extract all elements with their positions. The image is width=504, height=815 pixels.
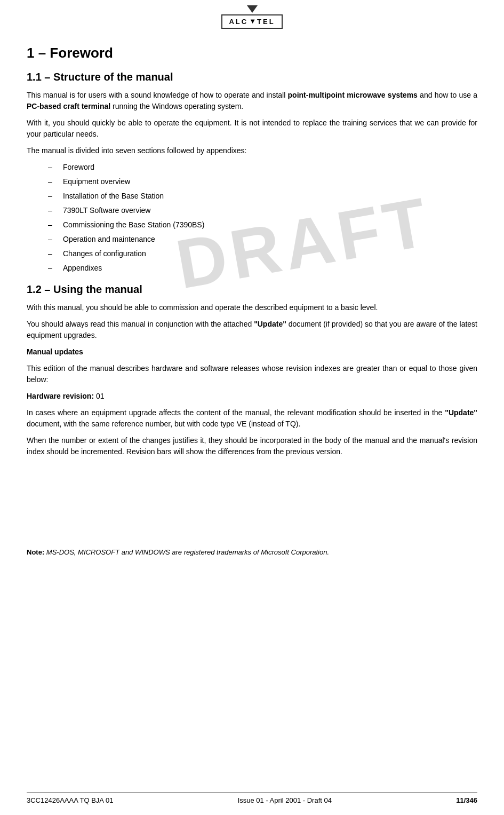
para1-bold2: PC-based craft terminal [27,102,110,110]
note-label: Note: [27,548,44,556]
hardware-revision-line: Hardware revision: 01 [27,391,477,402]
section1-2-para2: You should always read this manual in co… [27,319,477,341]
list-item-label: 7390LT Software overview [63,205,150,216]
section1-title: 1 – Foreword [27,45,477,61]
para4-start: In cases where an equipment upgrade affe… [27,408,445,417]
section1-2-para1: With this manual, you should be able to … [27,302,477,313]
logo-text-left: ALC [229,18,248,26]
logo-box: ALC ▼ TEL [221,14,282,29]
para4-end: document, with the same reference number… [27,420,300,428]
section1-2-para3: This edition of the manual describes har… [27,363,477,385]
section1-1-para3: The manual is divided into seven section… [27,145,477,156]
list-dash: – [48,191,59,202]
list-dash: – [48,234,59,245]
para2-start: You should always read this manual in co… [27,320,254,328]
list-item-label: Operation and maintenance [63,234,155,245]
list-item: – Equipment overview [48,176,477,187]
list-dash: – [48,263,59,274]
para1-end: running the Windows operating system. [110,102,243,110]
list-item-label: Changes of configuration [63,248,146,259]
list-item: – 7390LT Software overview [48,205,477,216]
footer-right: 11/346 [456,796,477,804]
para1-mid: and how to use a [418,91,477,99]
hardware-revision-value: 01 [94,392,104,400]
alcatel-logo: ALC ▼ TEL [221,5,282,29]
list-dash: – [48,248,59,259]
logo-triangle-icon [247,5,258,13]
section1-1-para2: With it, you should quickly be able to o… [27,117,477,140]
para1-bold1: point-multipoint microwave systems [288,91,418,99]
list-item-label: Foreword [63,162,94,173]
list-item-label: Appendixes [63,263,102,274]
list-dash: – [48,219,59,231]
section1-1-title: 1.1 – Structure of the manual [27,71,477,83]
para4-bold: "Update" [445,408,477,417]
list-item-label: Commissioning the Base Station (7390BS) [63,219,204,231]
page-header: ALC ▼ TEL [27,0,477,39]
section1-2-para4: In cases where an equipment upgrade affe… [27,407,477,430]
list-item-label: Installation of the Base Station [63,191,164,202]
section1-1-para1: This manual is for users with a sound kn… [27,90,477,112]
list-dash: – [48,162,59,173]
footer-center: Issue 01 - April 2001 - Draft 04 [238,796,332,804]
para1-text-start: This manual is for users with a sound kn… [27,91,288,99]
logo-text-right: TEL [257,18,275,26]
hardware-revision-label: Hardware revision: [27,392,94,400]
section1-2-title: 1.2 – Using the manual [27,283,477,296]
list-item: – Appendixes [48,263,477,274]
para2-bold: "Update" [254,320,286,328]
footer-left: 3CC12426AAAA TQ BJA 01 [27,796,113,804]
footer-note: Note: MS-DOS, MICROSOFT and WINDOWS are … [27,543,477,556]
note-text: MS-DOS, MICROSOFT and WINDOWS are regist… [44,548,329,556]
list-item: – Commissioning the Base Station (7390BS… [48,219,477,231]
list-item: – Installation of the Base Station [48,191,477,202]
list-dash: – [48,176,59,187]
section-list: – Foreword – Equipment overview – Instal… [48,162,477,274]
logo-cat-icon: ▼ [249,17,256,25]
manual-updates-heading: Manual updates [27,346,477,358]
list-item: – Foreword [48,162,477,173]
list-item-operation: – Operation and maintenance [48,234,477,245]
list-item-label: Equipment overview [63,176,130,187]
section1-2-para5: When the number or extent of the changes… [27,435,477,457]
list-item-configuration: – Changes of configuration [48,248,477,259]
page-footer: 3CC12426AAAA TQ BJA 01 Issue 01 - April … [27,793,477,804]
list-dash: – [48,205,59,216]
